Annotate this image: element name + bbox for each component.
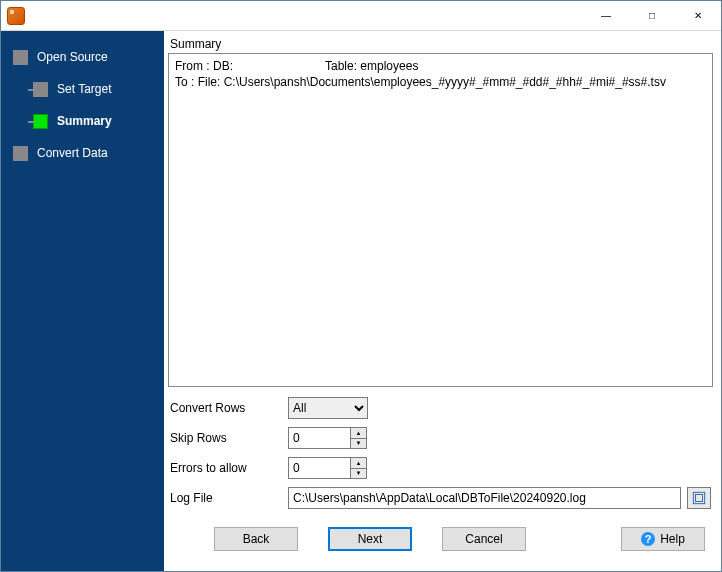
summary-heading: Summary (170, 37, 713, 51)
label-errors-allow: Errors to allow (170, 461, 288, 475)
browse-log-button[interactable] (687, 487, 711, 509)
label-log-file: Log File (170, 491, 288, 505)
button-bar: Back Next Cancel ? Help (168, 515, 713, 563)
summary-text: From : DB: Table: employees To : File: C… (168, 53, 713, 387)
summary-to: To : File: C:\Users\pansh\Documents\empl… (175, 74, 706, 90)
skip-rows-down[interactable]: ▼ (350, 438, 367, 450)
nav-open-source[interactable]: Open Source (1, 41, 164, 73)
nav-label: Summary (57, 114, 112, 128)
nav-label: Set Target (57, 82, 111, 96)
row-skip-rows: Skip Rows ▲ ▼ (170, 425, 711, 451)
errors-up[interactable]: ▲ (350, 457, 367, 468)
next-button[interactable]: Next (328, 527, 412, 551)
nav-label: Open Source (37, 50, 108, 64)
input-errors-allow[interactable] (288, 457, 350, 479)
window: — □ ✕ Open Source Set Target Summary Con… (0, 0, 722, 572)
help-icon: ? (641, 532, 655, 546)
row-convert-rows: Convert Rows All (170, 395, 711, 421)
label-skip-rows: Skip Rows (170, 431, 288, 445)
input-log-file[interactable] (288, 487, 681, 509)
row-errors-allow: Errors to allow ▲ ▼ (170, 455, 711, 481)
svg-rect-0 (693, 492, 704, 503)
select-convert-rows[interactable]: All (288, 397, 368, 419)
close-button[interactable]: ✕ (675, 1, 721, 30)
input-skip-rows[interactable] (288, 427, 350, 449)
step-icon (13, 50, 28, 65)
step-icon (33, 82, 48, 97)
summary-table: Table: employees (325, 58, 418, 74)
skip-rows-up[interactable]: ▲ (350, 427, 367, 438)
label-convert-rows: Convert Rows (170, 401, 288, 415)
nav-set-target[interactable]: Set Target (1, 73, 164, 105)
help-button[interactable]: ? Help (621, 527, 705, 551)
app-icon (7, 7, 25, 25)
summary-from: From : DB: (175, 58, 325, 74)
back-button[interactable]: Back (214, 527, 298, 551)
step-icon (33, 114, 48, 129)
svg-rect-1 (696, 495, 703, 502)
minimize-button[interactable]: — (583, 1, 629, 30)
cancel-button[interactable]: Cancel (442, 527, 526, 551)
wizard-nav: Open Source Set Target Summary Convert D… (1, 31, 164, 571)
nav-label: Convert Data (37, 146, 108, 160)
maximize-button[interactable]: □ (629, 1, 675, 30)
content-pane: Summary From : DB: Table: employees To :… (164, 31, 721, 571)
nav-convert-data[interactable]: Convert Data (1, 137, 164, 169)
titlebar: — □ ✕ (1, 1, 721, 31)
step-icon (13, 146, 28, 161)
nav-summary[interactable]: Summary (1, 105, 164, 137)
browse-icon (692, 491, 706, 505)
errors-down[interactable]: ▼ (350, 468, 367, 480)
row-log-file: Log File (170, 485, 711, 511)
